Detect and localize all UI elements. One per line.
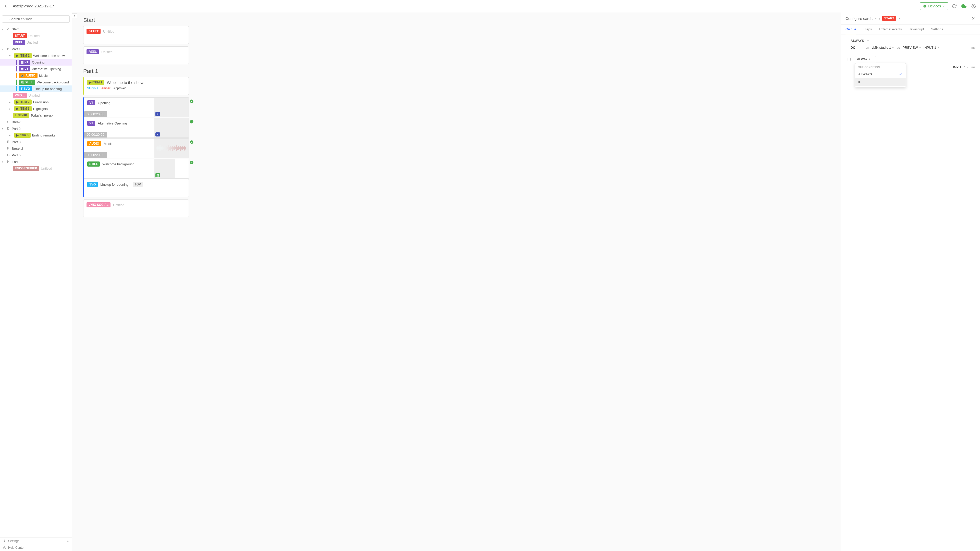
svg-rect-27 bbox=[174, 146, 175, 150]
chevron-down-icon[interactable] bbox=[875, 17, 877, 20]
check-icon bbox=[189, 140, 194, 144]
do-value[interactable]: PREVIEW bbox=[903, 46, 921, 49]
rightpanel-title: Configure cards bbox=[845, 16, 873, 21]
tree-item-svo[interactable]: T SVO Line'up for opening bbox=[0, 86, 72, 92]
tree-section-g[interactable]: G Part 5 bbox=[0, 152, 72, 159]
tree-section-d[interactable]: ▾ D Part 2 bbox=[0, 125, 72, 132]
play-icon[interactable] bbox=[156, 112, 160, 116]
timecode: 00:00:20:00 bbox=[84, 132, 107, 138]
svg-rect-38 bbox=[185, 147, 186, 149]
rule1-condition[interactable]: ALWAYS bbox=[851, 39, 864, 43]
check-icon bbox=[189, 160, 194, 165]
close-button[interactable] bbox=[971, 16, 975, 21]
svg-rect-10 bbox=[157, 147, 157, 149]
svg-rect-25 bbox=[172, 146, 172, 151]
svg-rect-24 bbox=[171, 148, 172, 149]
collapse-sidebar-button[interactable] bbox=[72, 13, 77, 18]
tree-section-h[interactable]: ▾ H End bbox=[0, 159, 72, 165]
timecode: 00:00:20:00 bbox=[84, 152, 107, 158]
tab-external[interactable]: External events bbox=[879, 25, 902, 34]
check-icon bbox=[189, 120, 194, 124]
tab-settings[interactable]: Settings bbox=[931, 25, 943, 34]
tree-section-c[interactable]: C Break bbox=[0, 119, 72, 125]
media-card-still[interactable]: STILL Welcome background 🖼 bbox=[84, 159, 189, 179]
card-vmixsocial[interactable]: VMIX SOCIAL Untitled bbox=[83, 200, 189, 218]
tree-section-a[interactable]: ▾ A Start bbox=[0, 26, 72, 32]
image-icon: 🖼 bbox=[156, 173, 160, 177]
gear-icon bbox=[3, 540, 6, 543]
settings-link[interactable]: Settings ▸ bbox=[0, 538, 72, 545]
page-title: #steljevraag 2021-12-17 bbox=[13, 4, 907, 8]
tree-section-b[interactable]: ▾ B Part 1 bbox=[0, 46, 72, 52]
svg-rect-18 bbox=[165, 147, 165, 149]
help-link[interactable]: Help Center bbox=[0, 545, 72, 551]
thumbnail bbox=[154, 98, 189, 117]
svg-rect-29 bbox=[176, 145, 177, 151]
tree-item-vmix[interactable]: VMIX... Untitled bbox=[0, 92, 72, 99]
svg-rect-28 bbox=[175, 147, 176, 149]
chevron-down-icon: ▾ bbox=[2, 28, 6, 30]
svg-rect-30 bbox=[177, 147, 178, 150]
media-card-audio[interactable]: AUDIO Music 00:00:20:00 bbox=[84, 138, 189, 158]
devices-label: Devices bbox=[928, 4, 941, 8]
tab-steps[interactable]: Steps bbox=[863, 25, 872, 34]
chevron-down-icon: ▾ bbox=[9, 54, 13, 57]
search-input[interactable] bbox=[2, 15, 70, 23]
check-icon bbox=[189, 99, 194, 103]
gear-icon[interactable] bbox=[970, 3, 977, 10]
svg-rect-23 bbox=[170, 146, 170, 151]
tree-item-audio[interactable]: 🔊 AUDIO Music bbox=[0, 72, 72, 79]
tree-item-vt1[interactable]: ▦ VT Opening bbox=[0, 59, 72, 65]
chevron-down-icon: ▾ bbox=[2, 160, 6, 163]
card-item1[interactable]: ▶ ITEM 1 Welcome to the show Studio 1 Am… bbox=[83, 77, 189, 95]
tree-item-lineup[interactable]: LINE-UP Today's line-up bbox=[0, 112, 72, 119]
tree-item-endgen[interactable]: ENDGENERIEK Untitled bbox=[0, 165, 72, 171]
svg-rect-35 bbox=[182, 146, 183, 150]
dropdown-option-if[interactable]: IF bbox=[855, 78, 906, 86]
tree-item-item1[interactable]: ▾ ▶ ITEM 1 Welcome to the show bbox=[0, 52, 72, 59]
tree-section-f[interactable]: F Break 2 bbox=[0, 145, 72, 152]
tree-section-e[interactable]: E Part 3 bbox=[0, 138, 72, 145]
input-value-2[interactable]: INPUT 1 bbox=[953, 65, 969, 69]
tab-js[interactable]: Javascript bbox=[909, 25, 924, 34]
card-start[interactable]: START Untitled bbox=[83, 26, 189, 44]
chevron-right-icon: ▸ bbox=[67, 539, 68, 543]
chevron-up-icon bbox=[871, 58, 874, 60]
input-value[interactable]: INPUT 1 bbox=[924, 46, 939, 49]
card-reel[interactable]: REEL Untitled bbox=[83, 46, 189, 64]
media-card-vt2[interactable]: VT Alternative Opening 00:00:20:00 bbox=[84, 118, 189, 138]
media-card-svo[interactable]: SVO Line'up for opening TOP bbox=[84, 179, 189, 197]
back-button[interactable] bbox=[3, 3, 10, 10]
tree-item-vt2[interactable]: ▦ VT Alternative Opening bbox=[0, 65, 72, 72]
tab-oncue[interactable]: On cue bbox=[845, 25, 856, 34]
more-icon[interactable] bbox=[911, 3, 917, 10]
tree-item-item2[interactable]: ▸ ▶ ITEM 2 Eurovision bbox=[0, 99, 72, 105]
chevron-down-icon: ▾ bbox=[2, 48, 6, 51]
drag-handle-icon[interactable]: ⋮⋮ bbox=[845, 57, 852, 61]
play-icon[interactable] bbox=[156, 132, 160, 137]
tree-item-still[interactable]: 🖼 STILL Welcome background bbox=[0, 79, 72, 86]
svg-point-2 bbox=[914, 7, 914, 8]
tree-item-start[interactable]: START Untitled bbox=[0, 32, 72, 39]
svg-rect-13 bbox=[160, 145, 160, 151]
tree-item-item8[interactable]: ▸ ▶ Item 8 Ending remarks bbox=[0, 132, 72, 138]
devices-button[interactable]: Devices bbox=[920, 2, 948, 10]
svg-rect-15 bbox=[162, 146, 162, 150]
dropdown-option-always[interactable]: ALWAYS bbox=[855, 70, 906, 78]
chevron-down-icon[interactable] bbox=[898, 17, 901, 20]
chevron-down-icon: ▾ bbox=[2, 127, 6, 130]
chevron-down-icon[interactable] bbox=[867, 40, 869, 42]
svg-rect-34 bbox=[181, 147, 182, 149]
svg-rect-20 bbox=[167, 147, 167, 149]
media-card-vt1[interactable]: VT Opening 00:00:20:00 bbox=[84, 97, 189, 118]
section-title-part1: Part 1 bbox=[83, 68, 835, 75]
tree-item-reel[interactable]: REEL Untitled bbox=[0, 39, 72, 46]
condition-dropdown-trigger[interactable]: ALWAYS SET CONDITION ALWAYS IF bbox=[855, 56, 876, 62]
refresh-icon[interactable] bbox=[951, 3, 958, 10]
on-value[interactable]: vMix studio 1 bbox=[872, 46, 894, 49]
tag-studio: Studio 1 bbox=[87, 86, 98, 90]
ms-label: ms bbox=[971, 65, 975, 69]
help-icon bbox=[3, 546, 6, 549]
tree-item-item3[interactable]: ▸ ▶ ITEM 3 Highlights bbox=[0, 105, 72, 112]
cloud-icon[interactable] bbox=[960, 2, 968, 10]
